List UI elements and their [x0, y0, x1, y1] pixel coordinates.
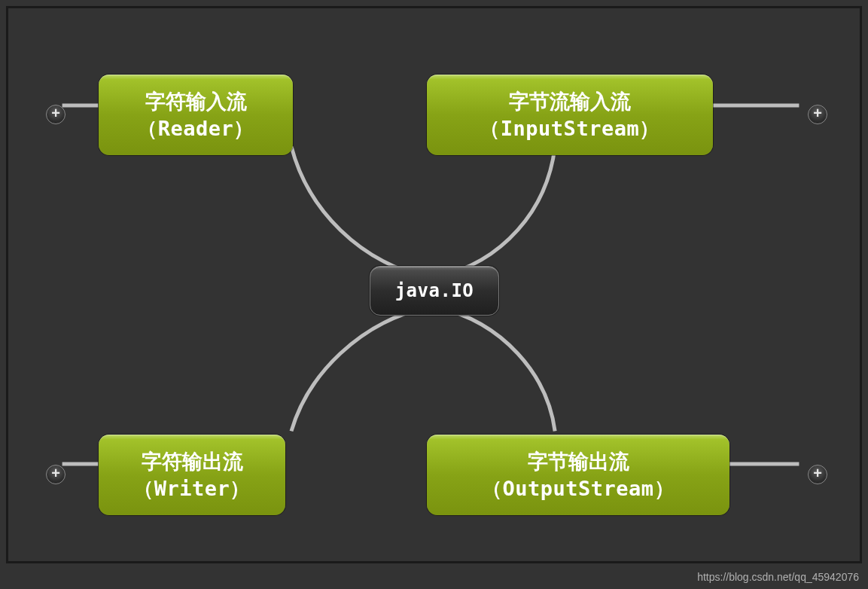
node-outputstream-subtitle: （OutputStream） [448, 475, 708, 502]
node-outputstream-title: 字节输出流 [448, 448, 708, 475]
center-node-javaio[interactable]: java.IO [370, 266, 499, 316]
node-reader-title: 字符输入流 [120, 88, 272, 115]
node-writer-title: 字符输出流 [120, 448, 264, 475]
node-inputstream-subtitle: （InputStream） [448, 115, 692, 142]
expand-button-outputstream[interactable] [808, 465, 827, 484]
expand-button-reader[interactable] [46, 105, 65, 124]
node-writer-subtitle: （Writer） [120, 475, 264, 502]
node-outputstream[interactable]: 字节输出流 （OutputStream） [427, 435, 729, 515]
node-writer[interactable]: 字符输出流 （Writer） [99, 435, 285, 515]
node-inputstream[interactable]: 字节流输入流 （InputStream） [427, 75, 713, 155]
watermark-text: https://blog.csdn.net/qq_45942076 [697, 571, 859, 583]
center-node-label: java.IO [391, 279, 477, 303]
node-reader[interactable]: 字符输入流 （Reader） [99, 75, 293, 155]
diagram-frame: java.IO 字符输入流 （Reader） 字节流输入流 （InputStre… [6, 6, 862, 563]
node-inputstream-title: 字节流输入流 [448, 88, 692, 115]
expand-button-inputstream[interactable] [808, 105, 827, 124]
node-reader-subtitle: （Reader） [120, 115, 272, 142]
expand-button-writer[interactable] [46, 465, 65, 484]
